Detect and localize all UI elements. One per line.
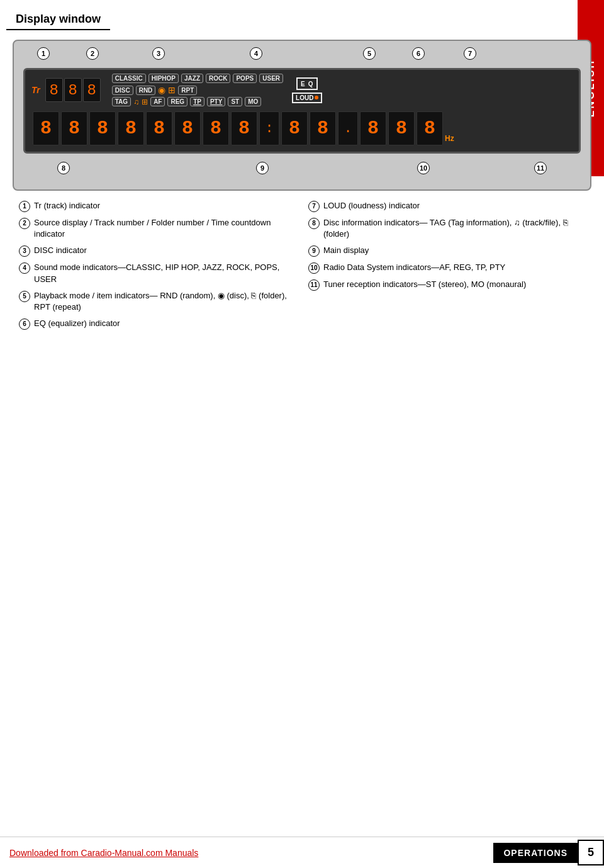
mo-btn: MO bbox=[245, 97, 261, 106]
tag-btn: TAG bbox=[112, 97, 131, 106]
legend-left-col: 1 Tr (track) indicator 2 Source display … bbox=[13, 200, 302, 335]
callout-1: 1 bbox=[37, 47, 50, 60]
seg-char-12: 8 bbox=[360, 111, 386, 145]
display-diagram: 1 2 3 4 5 6 7 Tr bbox=[13, 40, 591, 191]
legend-text-2: Source display / Track number / Folder n… bbox=[34, 217, 296, 240]
legend-right-col: 7 LOUD (loudness) indicator 8 Disc infor… bbox=[302, 200, 591, 335]
callout-num-2: 2 bbox=[86, 47, 99, 60]
mode-buttons: CLASSIC HIPHOP JAZZ ROCK POPS USER DISC … bbox=[112, 74, 283, 106]
seg-char-11: 8 bbox=[310, 111, 336, 145]
legend-num-7: 7 bbox=[308, 201, 320, 212]
legend-text-11: Tuner reception indicators—ST (stereo), … bbox=[323, 279, 585, 290]
eq-e: E bbox=[301, 81, 306, 87]
legend-text-6: EQ (equalizer) indicator bbox=[34, 318, 296, 329]
manual-link[interactable]: Downloaded from Caradio-Manual.com Manua… bbox=[0, 848, 208, 858]
legend-text-5: Playback mode / item indicators— RND (ra… bbox=[34, 290, 296, 313]
callout-5: 5 bbox=[363, 47, 376, 60]
legend-text-3: DISC indicator bbox=[34, 245, 296, 256]
legend-text-8: Disc information indicators— TAG (Tag in… bbox=[323, 217, 585, 240]
st-btn: ST bbox=[228, 97, 242, 106]
user-btn: USER bbox=[259, 74, 283, 83]
disc-btn: DISC bbox=[112, 86, 133, 95]
legend-item-9: 9 Main display bbox=[308, 245, 585, 257]
legend-text-7: LOUD (loudness) indicator bbox=[323, 200, 585, 211]
track-digits: 8 8 8 bbox=[45, 78, 101, 102]
page-title: Display window bbox=[6, 6, 110, 30]
callout-7: 7 bbox=[464, 47, 476, 60]
callout-num-6: 6 bbox=[412, 47, 425, 60]
callout-6: 6 bbox=[412, 47, 425, 60]
legend-num-1: 1 bbox=[19, 201, 30, 212]
pops-btn: POPS bbox=[233, 74, 257, 83]
tp-btn: TP bbox=[190, 97, 204, 106]
legend-num-2: 2 bbox=[19, 218, 30, 229]
rock-btn: ROCK bbox=[206, 74, 230, 83]
rnd-btn: RND bbox=[136, 86, 156, 95]
callout-num-10: 10 bbox=[417, 162, 430, 174]
playback-mode-row: DISC RND ◉ ⊞ RPT bbox=[112, 85, 283, 95]
callout-num-3: 3 bbox=[152, 47, 165, 60]
legend-text-4: Sound mode indicators—CLASSIC, HIP HOP, … bbox=[34, 262, 296, 285]
legend-item-2: 2 Source display / Track number / Folder… bbox=[19, 217, 296, 240]
lcd-panel: Tr 8 8 8 CLASSIC HIPHOP JAZZ ROCK POPS U… bbox=[23, 68, 581, 154]
legend-num-5: 5 bbox=[19, 291, 30, 302]
af-btn: AF bbox=[150, 97, 165, 106]
operations-badge: OPERATIONS bbox=[493, 843, 578, 863]
folder-icon: ⊞ bbox=[168, 85, 176, 95]
callout-num-1: 1 bbox=[37, 47, 50, 60]
rds-mode-row: TAG ♫ ⊞ AF REG TP PTY ST MO bbox=[112, 97, 283, 106]
rpt-btn: RPT bbox=[178, 86, 197, 95]
legend-item-5: 5 Playback mode / item indicators— RND (… bbox=[19, 290, 296, 313]
page-number: 5 bbox=[578, 840, 604, 865]
jazz-btn: JAZZ bbox=[181, 74, 203, 83]
hiphop-btn: HIPHOP bbox=[148, 74, 179, 83]
callout-2: 2 bbox=[86, 47, 99, 60]
callout-3: 3 bbox=[152, 47, 165, 60]
callout-num-4: 4 bbox=[250, 47, 262, 60]
tr-label: Tr bbox=[31, 85, 40, 95]
eq-indicator: E Q bbox=[296, 77, 318, 90]
callout-num-7: 7 bbox=[464, 47, 476, 60]
legend-text-10: Radio Data System indicators—AF, REG, TP… bbox=[323, 262, 585, 273]
loud-indicator: LOUD bbox=[292, 93, 322, 103]
legend-item-4: 4 Sound mode indicators—CLASSIC, HIP HOP… bbox=[19, 262, 296, 285]
seg-char-9: : bbox=[259, 111, 279, 145]
seg-char-2: 8 bbox=[61, 111, 87, 145]
legend-text-1: Tr (track) indicator bbox=[34, 200, 296, 211]
seg-char-10: 8 bbox=[281, 111, 308, 145]
eq-q: Q bbox=[308, 81, 314, 87]
callout-num-8: 8 bbox=[57, 162, 70, 174]
legend-item-10: 10 Radio Data System indicators—AF, REG,… bbox=[308, 262, 585, 274]
track-digit-2: 8 bbox=[64, 78, 82, 102]
sound-mode-row: CLASSIC HIPHOP JAZZ ROCK POPS USER bbox=[112, 74, 283, 83]
legend-num-11: 11 bbox=[308, 279, 320, 291]
track-digit-1: 8 bbox=[45, 78, 63, 102]
legend-num-6: 6 bbox=[19, 318, 30, 330]
reg-btn: REG bbox=[167, 97, 187, 106]
seg-char-14: 8 bbox=[417, 111, 443, 145]
loud-label: LOUD bbox=[296, 94, 313, 101]
note-icon: ♫ bbox=[133, 98, 139, 106]
seg-unit-hz: Hz bbox=[445, 134, 454, 145]
folder2-icon: ⊞ bbox=[142, 98, 148, 106]
legend-item-6: 6 EQ (equalizer) indicator bbox=[19, 318, 296, 330]
callout-num-5: 5 bbox=[363, 47, 376, 60]
callout-num-9: 9 bbox=[256, 162, 269, 174]
disc-icon: ◉ bbox=[158, 85, 165, 95]
seg-char-1: 8 bbox=[33, 111, 59, 145]
seg-char-6: 8 bbox=[174, 111, 201, 145]
legend-num-8: 8 bbox=[308, 218, 320, 229]
footer: Downloaded from Caradio-Manual.com Manua… bbox=[0, 837, 604, 868]
seg-char-8: 8 bbox=[231, 111, 257, 145]
legend-section: 1 Tr (track) indicator 2 Source display … bbox=[13, 197, 591, 338]
legend-item-1: 1 Tr (track) indicator bbox=[19, 200, 296, 212]
track-digit-3: 8 bbox=[83, 78, 101, 102]
loud-dot bbox=[315, 96, 318, 99]
pty-btn: PTY bbox=[207, 97, 225, 106]
legend-item-8: 8 Disc information indicators— TAG (Tag … bbox=[308, 217, 585, 240]
seg-char-5: 8 bbox=[146, 111, 172, 145]
main-segment-display: 8 8 8 8 8 8 8 8 : 8 8 . 8 8 8 Hz bbox=[31, 109, 573, 148]
seg-char-4: 8 bbox=[118, 111, 144, 145]
legend-num-9: 9 bbox=[308, 245, 320, 257]
callout-4: 4 bbox=[250, 47, 262, 60]
